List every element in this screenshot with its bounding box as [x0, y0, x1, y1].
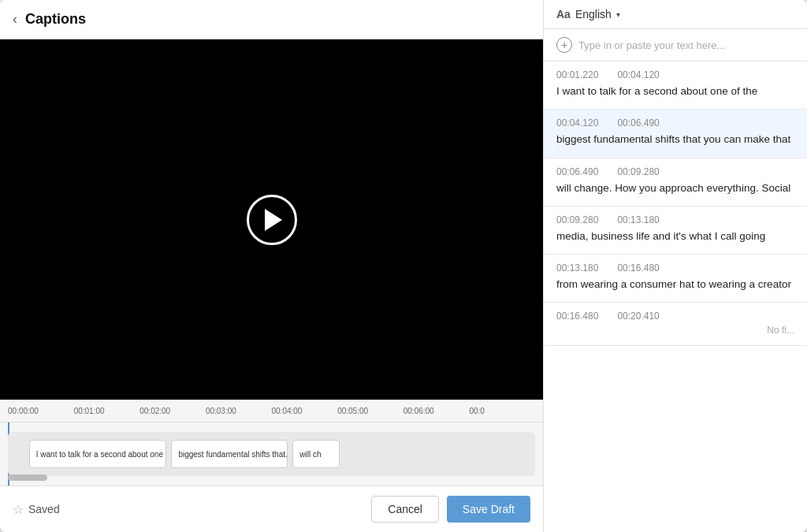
ruler-mark: 00:06:00	[404, 407, 470, 415]
caption-times-3: 00:06.490 00:09.280	[556, 166, 794, 177]
caption-end-3: 00:09.280	[617, 166, 659, 177]
caption-segment-1[interactable]: I want to talk for a second about one of…	[29, 440, 166, 468]
caption-times-5: 00:13.180 00:16.480	[556, 262, 794, 273]
caption-item-3[interactable]: 00:06.490 00:09.280 will change. How you…	[544, 158, 807, 206]
language-label: English	[575, 8, 612, 20]
track-background: I want to talk for a second about one of…	[8, 432, 535, 476]
saved-status: ☆ Saved	[13, 502, 60, 517]
caption-text-2[interactable]: biggest fundamental shifts that you can …	[556, 132, 794, 147]
caption-times-4: 00:09.280 00:13.180	[556, 214, 794, 225]
ruler-mark: 00:02:00	[139, 407, 206, 415]
language-dropdown-arrow[interactable]: ▾	[616, 10, 620, 19]
language-icon: Aa	[556, 8, 571, 20]
timeline-tracks[interactable]: I want to talk for a second about one of…	[0, 422, 543, 485]
caption-end-6: 00:20.410	[617, 311, 659, 322]
caption-end-1: 00:04.120	[617, 69, 659, 80]
ruler-mark: 00:03:00	[206, 407, 272, 415]
no-file-hint: No fi...	[767, 325, 794, 336]
play-button[interactable]	[247, 195, 297, 245]
caption-start-5: 00:13.180	[556, 262, 598, 273]
ruler-marks: 00:00:00 00:01:00 00:02:00 00:03:00 00:0…	[8, 407, 535, 415]
caption-segment-3[interactable]: will ch	[292, 440, 340, 468]
left-panel: ‹ Captions 00:00:00 00:01:00 00:02:00 00…	[0, 0, 544, 532]
caption-item-1[interactable]: 00:01.220 00:04.120 I want to talk for a…	[544, 61, 807, 110]
ruler-mark: 00:0	[469, 407, 535, 415]
page-title: Captions	[25, 11, 86, 28]
caption-text-4[interactable]: media, business life and it's what I cal…	[556, 229, 794, 244]
captions-list[interactable]: 00:01.220 00:04.120 I want to talk for a…	[544, 61, 807, 532]
back-button[interactable]: ‹	[13, 11, 17, 28]
star-icon: ☆	[13, 502, 24, 517]
video-player[interactable]	[0, 39, 543, 400]
caption-text-3[interactable]: will change. How you approach everything…	[556, 180, 794, 196]
play-icon	[265, 209, 282, 231]
timeline-section: 00:00:00 00:01:00 00:02:00 00:03:00 00:0…	[0, 400, 543, 485]
caption-start-3: 00:06.490	[556, 166, 598, 177]
main-content: ‹ Captions 00:00:00 00:01:00 00:02:00 00…	[0, 0, 807, 532]
ruler-mark: 00:01:00	[74, 407, 140, 415]
caption-start-4: 00:09.280	[556, 214, 598, 225]
scroll-handle[interactable]	[8, 474, 47, 481]
right-header: Aa English ▾	[544, 0, 807, 29]
caption-end-2: 00:06.490	[617, 117, 659, 128]
right-panel: Aa English ▾ + Type in or paste your tex…	[544, 0, 807, 532]
footer: ☆ Saved Cancel Save Draft	[0, 485, 543, 532]
caption-item-2[interactable]: 00:04.120 00:06.490 biggest fundamental …	[544, 110, 807, 158]
caption-start-2: 00:04.120	[556, 117, 598, 128]
caption-text-1[interactable]: I want to talk for a second about one of…	[556, 84, 794, 99]
header: ‹ Captions	[0, 0, 543, 39]
add-caption-icon: +	[556, 37, 572, 53]
timeline-ruler: 00:00:00 00:01:00 00:02:00 00:03:00 00:0…	[0, 400, 543, 422]
caption-times-6: 00:16.480 00:20.410	[556, 311, 794, 322]
saved-label: Saved	[28, 503, 60, 515]
ruler-mark: 00:00:00	[8, 407, 74, 415]
caption-start-1: 00:01.220	[556, 69, 598, 80]
ruler-mark: 00:05:00	[337, 407, 404, 415]
ruler-mark: 00:04:00	[272, 407, 338, 415]
caption-text-5[interactable]: from wearing a consumer hat to wearing a…	[556, 277, 794, 292]
caption-end-5: 00:16.480	[617, 262, 659, 273]
cancel-button[interactable]: Cancel	[371, 496, 439, 523]
caption-start-6: 00:16.480	[556, 311, 598, 322]
footer-buttons: Cancel Save Draft	[371, 496, 530, 523]
caption-end-4: 00:13.180	[617, 214, 659, 225]
caption-segment-2[interactable]: biggest fundamental shifts that...	[171, 440, 287, 468]
caption-item-6[interactable]: 00:16.480 00:20.410 No fi...	[544, 303, 807, 346]
caption-item-5[interactable]: 00:13.180 00:16.480 from wearing a consu…	[544, 255, 807, 303]
caption-times-1: 00:01.220 00:04.120	[556, 69, 794, 80]
add-caption-row[interactable]: + Type in or paste your text here...	[544, 29, 807, 61]
caption-times-2: 00:04.120 00:06.490	[556, 117, 794, 128]
caption-item-4[interactable]: 00:09.280 00:13.180 media, business life…	[544, 206, 807, 255]
save-draft-button[interactable]: Save Draft	[447, 496, 530, 523]
add-caption-placeholder: Type in or paste your text here...	[578, 39, 725, 51]
app-window: ‹ Captions 00:00:00 00:01:00 00:02:00 00…	[0, 0, 807, 532]
